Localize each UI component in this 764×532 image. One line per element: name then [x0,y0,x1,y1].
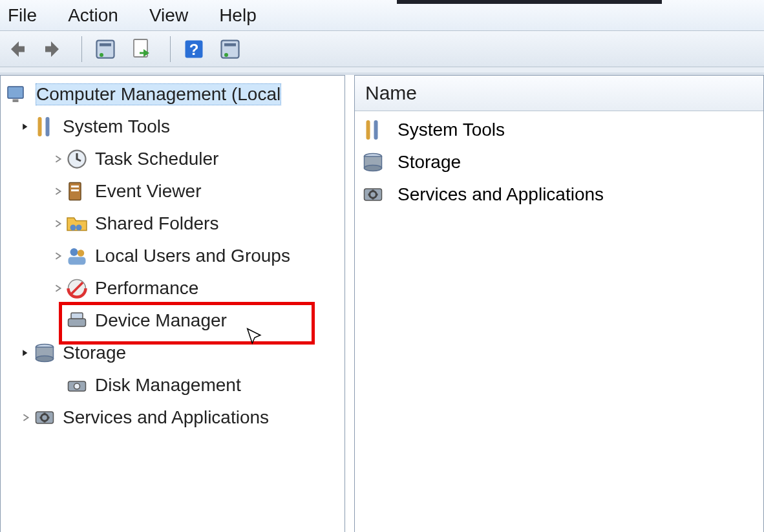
help-icon: ? [182,36,206,62]
tools-icon [360,117,386,143]
svg-rect-9 [8,87,23,98]
device-manager-icon [64,308,90,334]
list-item-label: System Tools [398,120,505,140]
tree-task-scheduler[interactable]: Task Scheduler [1,143,345,175]
svg-rect-25 [69,319,86,326]
svg-point-19 [70,248,78,256]
menu-action[interactable]: Action [68,5,118,26]
tools-icon [32,114,58,140]
toolbar-separator [170,36,171,62]
svg-point-18 [76,225,82,231]
event-viewer-icon [64,178,90,204]
list-item-label: Services and Applications [398,184,604,205]
properties-button[interactable] [94,35,122,63]
svg-point-31 [74,383,80,389]
performance-icon [64,275,90,301]
back-button[interactable] [5,35,34,63]
tree-performance[interactable]: Performance [1,272,345,304]
tree-storage[interactable]: Storage [1,337,345,369]
expander-collapsed-icon[interactable] [20,121,32,133]
svg-rect-11 [38,117,42,136]
expander-icon[interactable] [52,250,64,262]
refresh-icon [218,36,242,62]
window-top-strip [397,0,662,4]
svg-point-38 [365,165,382,171]
expander-icon[interactable] [52,186,64,197]
computer-icon [5,81,30,107]
list-pane[interactable]: Name System Tools Storage Services and A… [354,75,764,532]
export-icon [130,36,153,62]
svg-rect-34 [366,120,370,140]
tree-root[interactable]: Computer Management (Local [1,78,345,111]
tree-root-label: Computer Management (Local [36,83,281,105]
expander-collapsed-icon[interactable] [20,347,32,359]
help-button[interactable]: ? [182,35,211,63]
list-item-label: Storage [398,152,461,173]
tree-local-users-label: Local Users and Groups [95,246,290,266]
svg-rect-10 [13,100,19,103]
export-button[interactable] [130,35,158,63]
svg-rect-15 [71,186,79,187]
list-item-system-tools[interactable]: System Tools [360,114,758,146]
forward-icon [41,36,65,62]
expander-icon[interactable] [20,412,32,423]
svg-point-2 [100,53,103,57]
tree-task-scheduler-label: Task Scheduler [95,149,218,169]
tree-shared-folders-label: Shared Folders [95,213,218,234]
svg-point-17 [70,225,76,231]
services-icon [32,405,58,431]
tree-system-tools-label: System Tools [63,116,170,137]
svg-point-8 [224,53,228,57]
tree-disk-management[interactable]: Disk Management [1,369,345,401]
tree-device-manager-label: Device Manager [95,310,227,331]
tree-event-viewer[interactable]: Event Viewer [1,175,345,207]
tree-services-apps[interactable]: Services and Applications [1,401,345,434]
disk-icon [64,372,90,398]
svg-text:?: ? [189,41,199,58]
svg-point-29 [36,356,54,362]
menu-help[interactable]: Help [219,5,257,26]
storage-icon [360,149,386,175]
expander-icon[interactable] [52,153,64,165]
tree-device-manager[interactable]: Device Manager [1,304,345,337]
tree-performance-label: Performance [95,278,198,299]
menubar: File Action View Help [0,0,764,31]
tree-event-viewer-label: Event Viewer [95,181,201,202]
svg-point-20 [78,250,85,257]
storage-icon [32,340,58,366]
svg-rect-6 [222,40,239,58]
list-column-name[interactable]: Name [355,76,763,111]
forward-button[interactable] [41,35,70,63]
tree-pane[interactable]: Computer Management (Local System Tools … [0,75,345,532]
svg-rect-16 [71,189,79,191]
properties-icon [94,36,117,62]
toolbar: ? [0,31,764,67]
list-item-services-apps[interactable]: Services and Applications [360,178,758,211]
services-icon [360,182,386,207]
expander-icon[interactable] [52,282,64,294]
tree-services-apps-label: Services and Applications [63,407,269,428]
list-body: System Tools Storage Services and Applic… [355,111,763,213]
svg-rect-21 [69,257,86,265]
list-item-storage[interactable]: Storage [360,146,758,178]
tree-system-tools[interactable]: System Tools [1,111,345,143]
svg-rect-7 [224,43,236,47]
shared-folder-icon [64,211,90,237]
tree-local-users[interactable]: Local Users and Groups [1,240,345,272]
tree-shared-folders[interactable]: Shared Folders [1,207,345,240]
svg-rect-35 [374,120,378,140]
svg-rect-0 [97,40,114,58]
tree-storage-label: Storage [63,343,126,363]
svg-rect-1 [100,43,111,47]
toolbar-separator [81,36,82,62]
menu-file[interactable]: File [8,5,37,26]
menu-view[interactable]: View [149,5,188,26]
content-area: Computer Management (Local System Tools … [0,72,764,532]
refresh-button[interactable] [218,35,247,63]
svg-rect-12 [46,117,50,136]
users-icon [64,243,90,269]
svg-rect-26 [71,313,83,319]
expander-icon[interactable] [52,218,64,229]
clock-icon [64,146,90,172]
back-icon [5,36,28,62]
